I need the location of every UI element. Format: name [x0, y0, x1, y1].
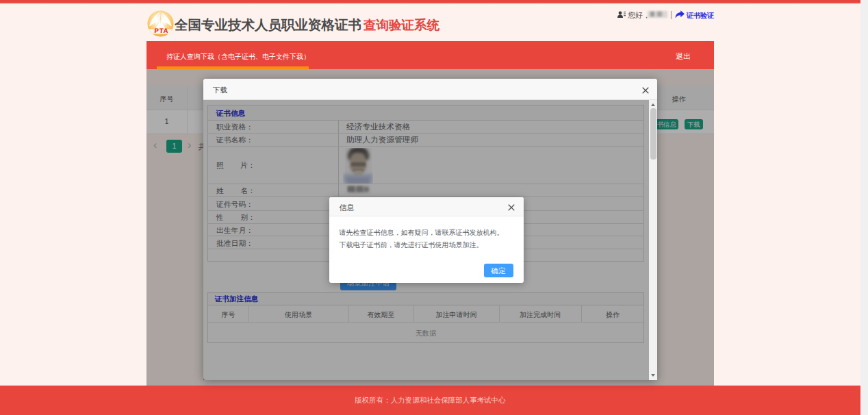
- svg-text:PTA: PTA: [154, 27, 169, 34]
